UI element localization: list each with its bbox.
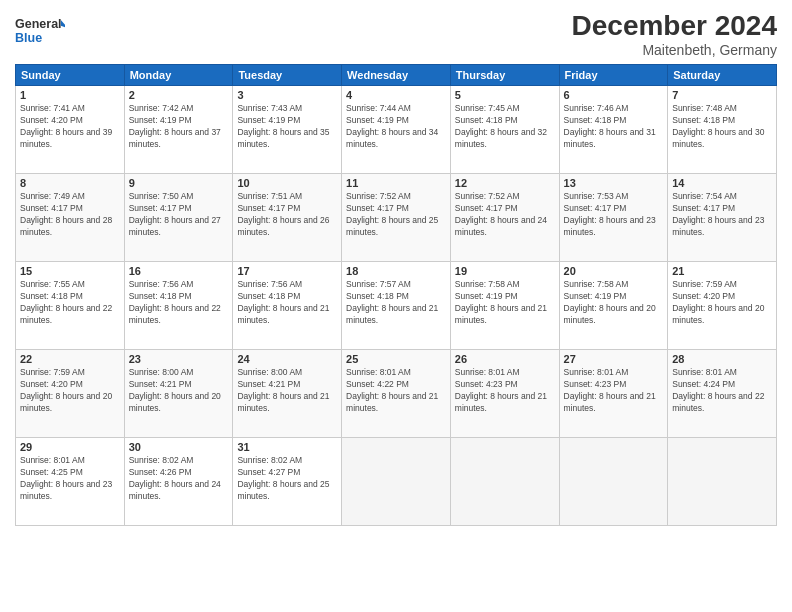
day-number: 11 [346,177,446,189]
logo-svg: General Blue [15,10,65,50]
calendar-cell: 19 Sunrise: 7:58 AMSunset: 4:19 PMDaylig… [450,262,559,350]
day-number: 23 [129,353,229,365]
calendar-cell [450,438,559,526]
day-info: Sunrise: 8:02 AMSunset: 4:27 PMDaylight:… [237,455,337,503]
day-info: Sunrise: 8:01 AMSunset: 4:23 PMDaylight:… [564,367,664,415]
day-info: Sunrise: 7:51 AMSunset: 4:17 PMDaylight:… [237,191,337,239]
calendar-cell: 28 Sunrise: 8:01 AMSunset: 4:24 PMDaylig… [668,350,777,438]
day-info: Sunrise: 7:55 AMSunset: 4:18 PMDaylight:… [20,279,120,327]
col-monday: Monday [124,65,233,86]
day-number: 7 [672,89,772,101]
day-number: 5 [455,89,555,101]
day-info: Sunrise: 7:43 AMSunset: 4:19 PMDaylight:… [237,103,337,151]
day-info: Sunrise: 7:59 AMSunset: 4:20 PMDaylight:… [20,367,120,415]
day-number: 1 [20,89,120,101]
day-number: 6 [564,89,664,101]
day-info: Sunrise: 8:02 AMSunset: 4:26 PMDaylight:… [129,455,229,503]
calendar-cell: 1 Sunrise: 7:41 AMSunset: 4:20 PMDayligh… [16,86,125,174]
day-info: Sunrise: 7:53 AMSunset: 4:17 PMDaylight:… [564,191,664,239]
day-number: 27 [564,353,664,365]
calendar-cell: 26 Sunrise: 8:01 AMSunset: 4:23 PMDaylig… [450,350,559,438]
day-number: 16 [129,265,229,277]
calendar-cell: 11 Sunrise: 7:52 AMSunset: 4:17 PMDaylig… [342,174,451,262]
calendar-row-4: 22 Sunrise: 7:59 AMSunset: 4:20 PMDaylig… [16,350,777,438]
day-number: 22 [20,353,120,365]
day-info: Sunrise: 8:00 AMSunset: 4:21 PMDaylight:… [129,367,229,415]
calendar-cell: 4 Sunrise: 7:44 AMSunset: 4:19 PMDayligh… [342,86,451,174]
day-info: Sunrise: 8:01 AMSunset: 4:24 PMDaylight:… [672,367,772,415]
day-info: Sunrise: 8:01 AMSunset: 4:25 PMDaylight:… [20,455,120,503]
calendar-cell: 25 Sunrise: 8:01 AMSunset: 4:22 PMDaylig… [342,350,451,438]
calendar-cell: 10 Sunrise: 7:51 AMSunset: 4:17 PMDaylig… [233,174,342,262]
calendar-cell [668,438,777,526]
day-info: Sunrise: 7:45 AMSunset: 4:18 PMDaylight:… [455,103,555,151]
day-number: 24 [237,353,337,365]
calendar-cell: 9 Sunrise: 7:50 AMSunset: 4:17 PMDayligh… [124,174,233,262]
day-number: 13 [564,177,664,189]
day-number: 31 [237,441,337,453]
day-number: 15 [20,265,120,277]
day-number: 2 [129,89,229,101]
calendar-cell: 24 Sunrise: 8:00 AMSunset: 4:21 PMDaylig… [233,350,342,438]
calendar-cell: 7 Sunrise: 7:48 AMSunset: 4:18 PMDayligh… [668,86,777,174]
calendar-row-3: 15 Sunrise: 7:55 AMSunset: 4:18 PMDaylig… [16,262,777,350]
day-info: Sunrise: 7:58 AMSunset: 4:19 PMDaylight:… [455,279,555,327]
calendar-cell: 27 Sunrise: 8:01 AMSunset: 4:23 PMDaylig… [559,350,668,438]
day-info: Sunrise: 7:50 AMSunset: 4:17 PMDaylight:… [129,191,229,239]
col-saturday: Saturday [668,65,777,86]
day-info: Sunrise: 7:52 AMSunset: 4:17 PMDaylight:… [455,191,555,239]
calendar-header-row: Sunday Monday Tuesday Wednesday Thursday… [16,65,777,86]
day-number: 25 [346,353,446,365]
day-number: 20 [564,265,664,277]
logo: General Blue [15,10,65,50]
page-title: December 2024 [572,10,777,42]
day-info: Sunrise: 7:41 AMSunset: 4:20 PMDaylight:… [20,103,120,151]
calendar-cell: 12 Sunrise: 7:52 AMSunset: 4:17 PMDaylig… [450,174,559,262]
day-number: 30 [129,441,229,453]
col-tuesday: Tuesday [233,65,342,86]
calendar-page: General Blue December 2024 Maitenbeth, G… [0,0,792,612]
day-info: Sunrise: 7:48 AMSunset: 4:18 PMDaylight:… [672,103,772,151]
calendar-cell: 2 Sunrise: 7:42 AMSunset: 4:19 PMDayligh… [124,86,233,174]
page-header: General Blue December 2024 Maitenbeth, G… [15,10,777,58]
calendar-row-5: 29 Sunrise: 8:01 AMSunset: 4:25 PMDaylig… [16,438,777,526]
day-info: Sunrise: 8:01 AMSunset: 4:23 PMDaylight:… [455,367,555,415]
calendar-cell [342,438,451,526]
calendar-cell: 14 Sunrise: 7:54 AMSunset: 4:17 PMDaylig… [668,174,777,262]
svg-text:Blue: Blue [15,31,42,45]
calendar-cell: 5 Sunrise: 7:45 AMSunset: 4:18 PMDayligh… [450,86,559,174]
col-sunday: Sunday [16,65,125,86]
day-info: Sunrise: 7:52 AMSunset: 4:17 PMDaylight:… [346,191,446,239]
day-number: 17 [237,265,337,277]
svg-text:General: General [15,17,62,31]
calendar-cell: 23 Sunrise: 8:00 AMSunset: 4:21 PMDaylig… [124,350,233,438]
day-info: Sunrise: 7:42 AMSunset: 4:19 PMDaylight:… [129,103,229,151]
day-info: Sunrise: 7:44 AMSunset: 4:19 PMDaylight:… [346,103,446,151]
day-number: 14 [672,177,772,189]
calendar-cell: 18 Sunrise: 7:57 AMSunset: 4:18 PMDaylig… [342,262,451,350]
day-info: Sunrise: 7:56 AMSunset: 4:18 PMDaylight:… [129,279,229,327]
calendar-cell: 13 Sunrise: 7:53 AMSunset: 4:17 PMDaylig… [559,174,668,262]
day-number: 3 [237,89,337,101]
day-number: 4 [346,89,446,101]
col-wednesday: Wednesday [342,65,451,86]
calendar-cell: 21 Sunrise: 7:59 AMSunset: 4:20 PMDaylig… [668,262,777,350]
day-number: 9 [129,177,229,189]
day-number: 10 [237,177,337,189]
title-block: December 2024 Maitenbeth, Germany [572,10,777,58]
day-info: Sunrise: 7:58 AMSunset: 4:19 PMDaylight:… [564,279,664,327]
day-number: 29 [20,441,120,453]
calendar-cell: 31 Sunrise: 8:02 AMSunset: 4:27 PMDaylig… [233,438,342,526]
col-friday: Friday [559,65,668,86]
calendar-cell: 30 Sunrise: 8:02 AMSunset: 4:26 PMDaylig… [124,438,233,526]
day-info: Sunrise: 8:01 AMSunset: 4:22 PMDaylight:… [346,367,446,415]
page-location: Maitenbeth, Germany [572,42,777,58]
calendar-row-2: 8 Sunrise: 7:49 AMSunset: 4:17 PMDayligh… [16,174,777,262]
calendar-cell: 16 Sunrise: 7:56 AMSunset: 4:18 PMDaylig… [124,262,233,350]
calendar-cell: 20 Sunrise: 7:58 AMSunset: 4:19 PMDaylig… [559,262,668,350]
day-number: 12 [455,177,555,189]
calendar-cell: 3 Sunrise: 7:43 AMSunset: 4:19 PMDayligh… [233,86,342,174]
day-info: Sunrise: 7:56 AMSunset: 4:18 PMDaylight:… [237,279,337,327]
day-number: 8 [20,177,120,189]
day-number: 26 [455,353,555,365]
